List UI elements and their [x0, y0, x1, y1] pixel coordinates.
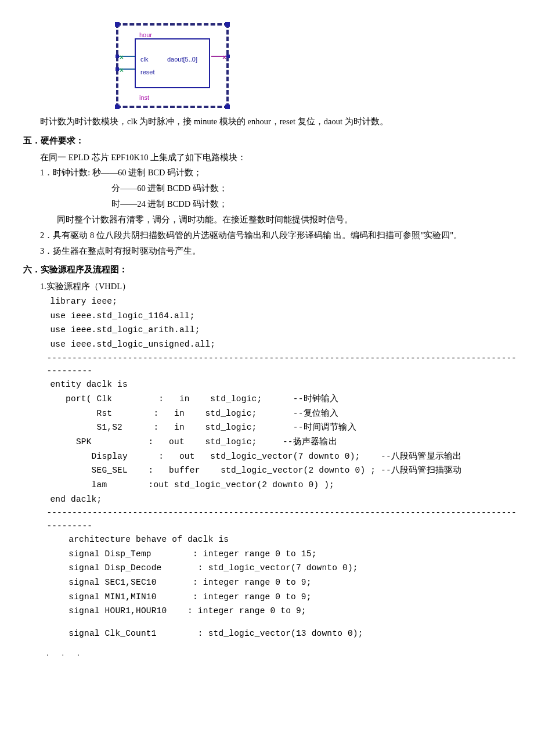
- code-entity-1: entity daclk is: [50, 377, 517, 392]
- diagram-port-clk: clk: [140, 53, 148, 65]
- code-entity-6: Display : out std_logic_vector(7 downto …: [50, 449, 517, 464]
- paragraph-desc: 时计数为时计数模块，clk 为时脉冲，接 minute 模块的 enhour，r…: [23, 114, 517, 129]
- h5-item-1d: 同时整个计数器有清零，调分，调时功能。在接近整数时间能提供报时信号。: [57, 212, 517, 228]
- heading-5: 五．硬件要求：: [23, 133, 517, 149]
- diagram-title: hour: [139, 29, 152, 41]
- code-arch-5: signal MIN1,MIN10 : integer range 0 to 9…: [68, 590, 517, 604]
- code-lib3: use ieee.std_logic_arith.all;: [50, 323, 517, 337]
- code-entity-5: SPK : out std_logic; --扬声器输出: [50, 435, 517, 449]
- code-entity-7: SEG_SEL : buffer std_logic_vector(2 down…: [50, 463, 517, 478]
- h6-subtitle: 1.实验源程序（VHDL）: [40, 279, 517, 294]
- code-lib4: use ieee.std_logic_unsigned.all;: [50, 337, 517, 352]
- diagram-port-daout: daout[5..0]: [167, 53, 197, 65]
- h5-item-2: 2．具有驱动 8 位八段共阴扫描数码管的片选驱动信号输出和八段字形译码输 出。编…: [40, 228, 517, 243]
- block-diagram: × × × hour clk daout[5..0] reset inst: [116, 23, 517, 108]
- h5-item-1: 1．时钟计数: 秒——60 进制 BCD 码计数；: [40, 165, 517, 181]
- footer-dots: ...: [46, 648, 517, 660]
- code-entity-8: lam :out std_logic_vector(2 downto 0) );: [50, 478, 517, 492]
- separator-1b: ---------: [47, 365, 517, 377]
- code-lib1: library ieee;: [50, 294, 517, 309]
- separator-2b: ---------: [47, 520, 517, 532]
- code-arch-6: signal HOUR1,HOUR10 : integer range 0 to…: [68, 604, 517, 618]
- heading-6: 六．实验源程序及流程图：: [23, 262, 517, 278]
- code-arch-2: signal Disp_Temp : integer range 0 to 15…: [68, 547, 517, 561]
- h5-item-1c: 时——24 进制 BCDD 码计数；: [111, 196, 517, 212]
- code-arch-4: signal SEC1,SEC10 : integer range 0 to 9…: [68, 575, 517, 590]
- code-entity-2: port( Clk : in std_logic; --时钟输入: [50, 392, 517, 406]
- diagram-port-reset: reset: [140, 66, 154, 78]
- code-arch-1: architecture behave of daclk is: [68, 532, 517, 547]
- separator-1a: ----------------------------------------…: [47, 352, 517, 365]
- h5-item-1b: 分——60 进制 BCDD 码计数；: [111, 181, 517, 196]
- code-entity-9: end daclk;: [50, 492, 517, 507]
- code-entity-3: Rst : in std_logic; --复位输入: [50, 406, 517, 421]
- code-entity-4: S1,S2 : in std_logic; --时间调节输入: [50, 420, 517, 435]
- code-lib2: use ieee.std_logic_1164.all;: [50, 309, 517, 323]
- code-arch-7: signal Clk_Count1 : std_logic_vector(13 …: [68, 627, 517, 641]
- code-arch-3: signal Disp_Decode : std_logic_vector(7 …: [68, 561, 517, 575]
- separator-2a: ----------------------------------------…: [47, 506, 517, 519]
- h5-item-3: 3．扬生器在整点时有报时驱动信号产生。: [40, 243, 517, 259]
- diagram-inst: inst: [139, 92, 149, 103]
- h5-intro: 在同一 EPLD 芯片 EPF10K10 上集成了如下电路模块：: [40, 150, 517, 165]
